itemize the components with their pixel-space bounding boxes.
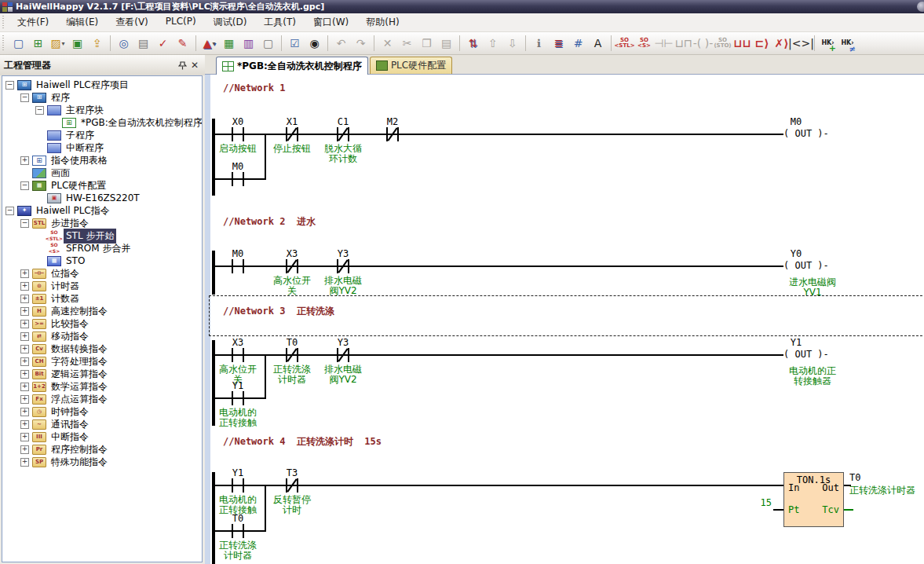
menu-debug[interactable]: 调试(D) [205,13,256,31]
toolbar-comm-config-button[interactable]: ⇅ [464,35,482,53]
toolbar-contact-parallel-button[interactable]: ⊔⊓ [674,35,692,53]
toolbar-delete-button[interactable]: ✕ [378,35,396,53]
tree-expander-icon[interactable]: + [20,307,29,316]
toolbar-cut-button[interactable]: ✂ [398,35,416,53]
menu-plc[interactable]: PLC(P) [157,13,205,31]
toolbar-paste-button[interactable]: ▤ [437,35,455,53]
tree-item-compare-instructions[interactable]: +>=比较指令 [2,317,202,330]
tree-item-high-speed-control[interactable]: +H高速控制指令 [2,305,202,317]
tree-expander-icon[interactable]: + [20,458,29,467]
toolbar-copy-button[interactable]: ❐ [418,35,436,53]
tree-expander-icon[interactable]: − [20,181,29,190]
toolbar-grip[interactable] [2,35,6,51]
menubar-grip[interactable] [2,16,6,28]
toolbar-open-project-button[interactable]: ▨▾ [49,35,67,53]
toolbar-new-project-button[interactable]: ⊞ [29,35,47,53]
tree-item-project-root[interactable]: −⊞Haiwell PLC程序项目 [2,79,202,91]
tree-expander-icon[interactable]: + [20,320,29,328]
tree-item-pgb-program[interactable]: ⊞*PGB:全自动洗衣机控制程序 [2,116,202,129]
toolbar-save-as-button[interactable]: ⇪ [88,35,106,53]
tree-item-float-op[interactable]: +Fx浮点运算指令 [2,393,202,405]
toolbar-program-edit-button[interactable]: ✎ [173,35,192,53]
toolbar-redo-button[interactable]: ↷ [352,35,370,53]
menu-window[interactable]: 窗口(W) [305,13,357,31]
tree-expander-icon[interactable]: + [20,408,29,416]
toolbar-hk-add-button[interactable]: HK› [819,35,837,53]
dropdown-arrow-icon[interactable]: ▾ [212,40,215,47]
tree-item-sfrom-step-merge[interactable]: SO <S>SFROM 步合并 [2,242,202,255]
tree-item-plc-instructions[interactable]: −✦Haiwell PLC指令 [2,204,202,217]
toolbar-download-to-plc-button[interactable]: ▦ [220,35,238,53]
tree-expander-icon[interactable]: + [20,383,29,391]
tree-expander-icon[interactable]: + [20,332,29,341]
tree-expander-icon[interactable]: + [20,156,29,165]
tree-expander-icon[interactable]: − [20,93,29,102]
network4-comment[interactable]: //Network 4 正转洗涤计时 15s [223,435,382,449]
toolbar-sto-step-end-button[interactable]: SO (STO) [714,35,732,53]
network2-comment[interactable]: //Network 2 进水 [223,215,316,229]
toolbar-contact-no-button[interactable]: ⊣⊢ [655,35,673,53]
ladder-canvas[interactable]: //Network 1 X0 启动按钮 X1 停止按钮 C1 脱水大循 环计数 … [205,74,924,564]
menu-tools[interactable]: 工具(T) [255,13,305,31]
tree-item-bit-instructions[interactable]: +⊣⊢位指令 [2,267,202,280]
toolbar-plc-monitor-button[interactable]: ▢ [259,35,277,53]
menu-help[interactable]: 帮助(H) [357,13,407,31]
toolbar-new-file-button[interactable]: ▢ [9,35,27,53]
tree-expander-icon[interactable]: − [5,207,14,215]
toolbar-element-table-button[interactable]: # [569,35,587,53]
toolbar-save-button[interactable]: ▣ [68,35,86,53]
tree-expander-icon[interactable]: − [35,106,44,115]
toolbar-sfrom-step-merge-button[interactable]: SO <S> [635,35,653,53]
toolbar-coil-insert-button[interactable]: ⊏⟩ [753,35,771,53]
toolbar-upload-from-plc-button[interactable]: ⇧ [484,35,502,53]
tree-item-special-function[interactable]: +SP特殊功能指令 [2,456,202,468]
menu-view[interactable]: 查看(V) [107,13,157,31]
toolbar-print-preview-button[interactable]: ◎ [115,35,133,53]
network1-comment[interactable]: //Network 1 [223,82,285,93]
tree-expander-icon[interactable]: + [20,433,29,441]
toolbar-find-button[interactable]: ◉ [305,35,323,53]
toolbar-project-structure-button[interactable]: ≣ [550,35,568,53]
toolbar-undo-button[interactable]: ↶ [332,35,350,53]
toolbar-print-button[interactable]: ▤ [134,35,152,53]
tree-expander-icon[interactable]: + [20,420,29,429]
tree-expander-icon[interactable]: + [20,345,29,353]
toolbar-coil-out-button[interactable]: -( )- [694,35,712,53]
toolbar-download-file-button[interactable]: ⇩ [503,35,521,53]
tree-expander-icon[interactable]: + [20,445,29,454]
toolbar-hk-edit-button[interactable]: HK› [838,35,856,53]
menu-edit[interactable]: 编辑(E) [57,13,107,31]
menu-file[interactable]: 文件(F) [9,13,57,31]
tree-item-sto[interactable]: ▦STO [2,255,202,267]
toolbar-branch-insert-button[interactable]: ⊔⊔ [733,35,751,53]
tree-expander-icon[interactable]: − [20,219,29,228]
dropdown-arrow-icon[interactable]: ▾ [62,40,65,47]
ton-timer-block[interactable]: TON.1s In Out Pt Tcv [783,472,844,527]
network3-comment[interactable]: //Network 3 正转洗涤 [223,305,334,318]
toolbar-font-button[interactable]: A [589,35,607,53]
tree-expander-icon[interactable]: + [20,269,29,278]
toolbar-compile-button[interactable]: ▲▾ [200,35,218,53]
toolbar-program-check-button[interactable]: ✓ [154,35,172,53]
tree-item-clock-instructions[interactable]: +◷时钟指令 [2,405,202,418]
toolbar-empty-element-button[interactable]: |<>| [792,35,810,53]
window-control-button[interactable] [917,2,924,12]
toolbar-plc-memory-button[interactable]: ▥ [239,35,257,53]
tree-item-timer-instructions[interactable]: +⊙计时器 [2,280,202,292]
pin-icon[interactable] [176,60,188,71]
toolbar-stl-step-start-button[interactable]: SO <STL> [615,35,634,53]
toolbar-options-button[interactable]: ☑ [286,35,304,53]
tab-program[interactable]: *PGB:全自动洗衣机控制程序 [216,57,368,75]
tree-expander-icon[interactable]: − [5,81,14,90]
close-icon[interactable]: ✕ [188,60,201,71]
toolbar-plc-info-button[interactable]: ℹ [530,35,548,53]
tree-item-comm-instructions[interactable]: +~通讯指令 [2,418,202,430]
tab-hardware-config[interactable]: PLC硬件配置 [370,57,452,74]
timer-preset-value[interactable]: 15 [753,497,772,508]
tree-expander-icon[interactable]: + [20,357,29,366]
tree-expander-icon[interactable]: + [20,395,29,404]
tree-item-instruction-usage-table[interactable]: +⊞指令使用表格 [2,154,202,167]
tree-expander-icon[interactable]: + [20,370,29,379]
tree-expander-icon[interactable]: + [20,282,29,291]
tree-expander-icon[interactable]: + [20,295,29,303]
